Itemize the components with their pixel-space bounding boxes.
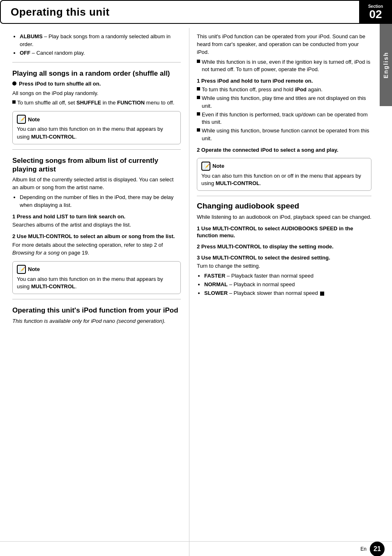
divider3 xyxy=(12,299,181,299)
normal-text: – Playback in normal speed xyxy=(228,281,295,287)
remote-step2-heading: 2 Operate the connected iPod to select a… xyxy=(197,147,371,154)
square-icon6 xyxy=(197,128,200,132)
selecting-heading: Selecting songs from album list of curre… xyxy=(12,156,181,174)
page-number: 21 xyxy=(370,542,385,556)
intro-bullets: ALBUMS – Play back songs from a randomly… xyxy=(20,33,181,57)
list-item: OFF – Cancel random play. xyxy=(20,49,181,57)
audiobook-body: While listening to an audiobook on iPod,… xyxy=(197,213,371,221)
language-sidebar: English xyxy=(380,24,392,106)
selecting-step1-heading: 1 Press and hold LIST to turn link searc… xyxy=(12,213,181,220)
page-title: Operating this unit xyxy=(11,6,110,19)
circle-icon xyxy=(12,81,16,86)
list-item: NORMAL – Playback in normal speed xyxy=(204,281,371,289)
remote-sq1: To turn this function off, press and hol… xyxy=(197,86,371,94)
stop-icon xyxy=(320,292,324,296)
remote-step1-heading: 1 Press iPod and hold to turn iPod remot… xyxy=(197,78,371,85)
off-text: – Cancel random play. xyxy=(30,50,85,56)
footer-bar: En 21 xyxy=(0,541,392,556)
ipod-function-italic: This function is available only for iPod… xyxy=(12,317,181,325)
selecting-step2-italic: Browsing for a song xyxy=(12,250,60,256)
note-label3: Note xyxy=(212,163,224,169)
list-item: SLOWER – Playback slower than normal spe… xyxy=(204,290,371,297)
shuffle-note-box: 📝 Note You can also turn this function o… xyxy=(12,111,181,144)
remote-sq3-text: Even if this function is performed, trac… xyxy=(202,111,371,127)
audiobook-bullets: FASTER – Playback faster than normal spe… xyxy=(204,272,371,297)
remote-sq2: While using this function, play time and… xyxy=(197,95,371,110)
note-label: Note xyxy=(28,116,40,123)
shuffle-sq1-text: To turn shuffle all off, set SHUFFLE in … xyxy=(17,99,174,107)
square-icon4 xyxy=(197,96,200,99)
en-label: En xyxy=(360,546,367,552)
header-bar: Operating this unit Section 02 xyxy=(0,0,392,24)
shuffle-heading: Playing all songs in a random order (shu… xyxy=(12,69,181,78)
list-item: ALBUMS – Play back songs from a randomly… xyxy=(20,33,181,49)
shuffle-sq1: To turn shuffle all off, set SHUFFLE in … xyxy=(12,99,181,107)
note-header2: 📝 Note xyxy=(17,265,176,274)
header-title-area: Operating this unit xyxy=(0,0,359,24)
note-label2: Note xyxy=(28,266,40,272)
remote-sq3: Even if this function is performed, trac… xyxy=(197,111,371,127)
remote-bullet1-text: While this function is in use, even if t… xyxy=(202,58,371,74)
note-icon3: 📝 xyxy=(201,162,210,171)
section-number: 02 xyxy=(369,9,382,20)
right-column: This unit's iPod function can be operate… xyxy=(189,28,380,556)
selecting-note-box: 📝 Note You can also turn this function o… xyxy=(12,261,181,294)
list-item: Depending on the number of files in the … xyxy=(20,194,181,209)
audiobook-step3-heading: 3 Use MULTI-CONTROL to select the desire… xyxy=(197,255,371,262)
selecting-step1-body: Searches albums of the artist and displa… xyxy=(12,221,181,229)
remote-bullet1: While this function is in use, even if t… xyxy=(197,58,371,74)
left-column: ALBUMS – Play back songs from a randomly… xyxy=(0,28,189,556)
list-item: FASTER – Playback faster than normal spe… xyxy=(204,272,371,280)
divider2 xyxy=(12,149,181,150)
remote-note-box: 📝 Note You can also turn this function o… xyxy=(197,158,371,191)
ipod-function-heading: Operating this unit's iPod function from… xyxy=(12,306,181,315)
square-icon5 xyxy=(197,112,200,116)
selecting-note-text: You can also turn this function on in th… xyxy=(17,276,176,290)
remote-sq1-text: To turn this function off, press and hol… xyxy=(202,86,323,94)
albums-text: – Play back songs from a randomly select… xyxy=(20,33,171,47)
divider4 xyxy=(197,196,371,196)
remote-sq4: While using this function, browse functi… xyxy=(197,127,371,143)
normal-label: NORMAL xyxy=(204,281,228,287)
selecting-step2-heading: 2 Use MULTI-CONTROL to select an album o… xyxy=(12,233,181,240)
selecting-step2-body: For more details about the selecting ope… xyxy=(12,241,181,257)
note-header3: 📝 Note xyxy=(201,162,367,171)
main-content: ALBUMS – Play back songs from a randomly… xyxy=(0,28,380,556)
slower-text: – Playback slower than normal speed xyxy=(228,290,318,296)
right-intro-body: This unit's iPod function can be operate… xyxy=(197,33,371,56)
remote-note-text: You can also turn this function on or of… xyxy=(201,172,367,187)
square-icon3 xyxy=(197,87,200,90)
faster-text: – Playback faster than normal speed xyxy=(225,273,314,279)
square-icon xyxy=(12,100,16,104)
language-label: English xyxy=(383,52,389,79)
shuffle-note-text: You can also turn this function on in th… xyxy=(17,125,176,140)
remote-sq2-text: While using this function, play time and… xyxy=(202,95,371,110)
selecting-bullets: Depending on the number of files in the … xyxy=(20,194,181,209)
shuffle-step1-label: Press iPod to turn shuffle all on. xyxy=(19,80,101,88)
audiobook-step3-body: Turn to change the setting. xyxy=(197,262,371,270)
selecting-step2-end: on page 19. xyxy=(60,250,89,256)
audiobook-step2-heading: 2 Press MULTI-CONTROL to display the set… xyxy=(197,243,371,250)
selecting-body: Album list of the currently selected art… xyxy=(12,176,181,192)
audiobook-step1-heading: 1 Use MULTI-CONTROL to select AUDIOBOOKS… xyxy=(197,225,371,239)
square-icon2 xyxy=(197,60,200,63)
section-box: Section 02 xyxy=(359,0,392,24)
note-icon: 📝 xyxy=(17,115,26,124)
divider xyxy=(12,62,181,63)
note-header: 📝 Note xyxy=(17,115,176,124)
slower-label: SLOWER xyxy=(204,290,228,296)
note-icon2: 📝 xyxy=(17,265,26,274)
albums-label: ALBUMS xyxy=(20,33,43,39)
shuffle-step1-body: All songs on the iPod play randomly. xyxy=(12,90,181,97)
remote-sq4-text: While using this function, browse functi… xyxy=(202,127,371,143)
audiobook-heading: Changing audiobook speed xyxy=(197,201,371,211)
shuffle-step1-circle: Press iPod to turn shuffle all on. xyxy=(12,80,181,88)
page: Operating this unit Section 02 English A… xyxy=(0,0,392,556)
off-label: OFF xyxy=(20,50,30,56)
faster-label: FASTER xyxy=(204,273,225,279)
selecting-step2-text: For more details about the selecting ope… xyxy=(12,242,163,248)
